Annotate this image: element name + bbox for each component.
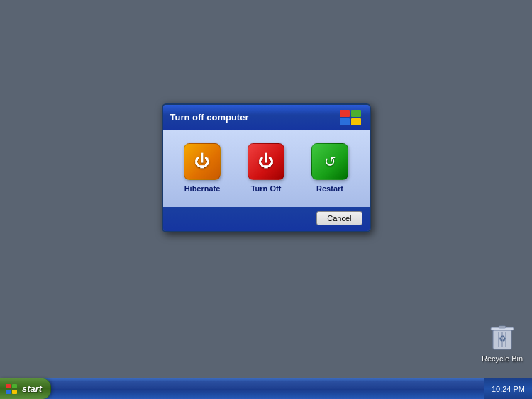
restart-label: Restart: [316, 184, 343, 193]
start-windows-logo: [6, 384, 18, 394]
start-label: start: [22, 383, 42, 394]
dialog-body: ⏻ Hibernate ⏻ Turn Off ↺: [163, 130, 370, 207]
hibernate-option[interactable]: ⏻ Hibernate: [177, 143, 227, 193]
turnoff-icon: ⏻: [248, 143, 284, 180]
hibernate-power-symbol: ⏻: [194, 154, 210, 169]
cancel-button[interactable]: Cancel: [316, 211, 362, 225]
logo-green-quadrant: [351, 110, 361, 117]
hibernate-icon: ⏻: [184, 143, 221, 180]
start-logo-green: [12, 384, 17, 388]
start-button[interactable]: start: [0, 378, 51, 399]
restart-icon: ↺: [311, 143, 348, 180]
dialog-titlebar: Turn off computer: [163, 105, 370, 130]
desktop: ♻ Recycle Bin Turn off computer: [0, 0, 532, 378]
turnoff-power-symbol: ⏻: [258, 154, 274, 169]
start-logo-red: [6, 384, 11, 388]
logo-yellow-quadrant: [351, 118, 361, 125]
clock: 10:24 PM: [492, 385, 525, 393]
dialog-footer: Cancel: [163, 207, 370, 231]
start-logo-yellow: [12, 390, 17, 394]
turnoff-option[interactable]: ⏻ Turn Off: [241, 143, 291, 193]
system-tray: 10:24 PM: [484, 378, 532, 399]
restart-option[interactable]: ↺ Restart: [305, 143, 355, 193]
windows-xp-logo: [337, 109, 362, 126]
dialog-overlay: Turn off computer ⏻: [0, 0, 532, 378]
power-options-row: ⏻ Hibernate ⏻ Turn Off ↺: [177, 143, 355, 193]
hibernate-label: Hibernate: [184, 184, 221, 193]
start-logo-blue: [6, 390, 11, 394]
logo-red-quadrant: [340, 110, 350, 117]
restart-power-symbol: ↺: [324, 154, 336, 169]
turnoff-label: Turn Off: [251, 184, 282, 193]
dialog-title: Turn off computer: [170, 112, 249, 123]
turn-off-dialog: Turn off computer ⏻: [162, 103, 371, 232]
logo-blue-quadrant: [340, 118, 350, 125]
taskbar: start 10:24 PM: [0, 378, 532, 399]
